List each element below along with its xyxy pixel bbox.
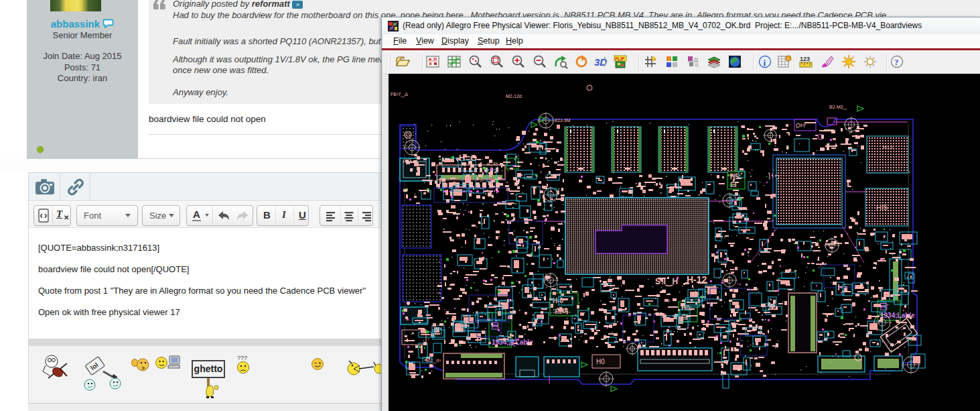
svg-text:H0: H0 (596, 358, 605, 365)
svg-text:M2-12d: M2-12d (506, 94, 522, 99)
svg-text:i: i (764, 58, 766, 68)
svg-text:i: i (787, 56, 788, 61)
svg-text:HI5: HI5 (876, 203, 888, 211)
svg-text:H15: H15 (883, 144, 893, 150)
svg-text:B2-M2‿: B2-M2‿ (829, 105, 847, 110)
svg-text:⌉˧ヮ: ⌉˧ヮ (768, 172, 781, 180)
svg-text:82J-3M: 82J-3M (555, 118, 571, 123)
svg-text:FB˧7‿Δ: FB˧7‿Δ (391, 92, 408, 97)
svg-text:H-0: H-0 (553, 297, 564, 304)
svg-text:FLIP: FLIP (615, 56, 625, 61)
svg-text:123: 123 (800, 56, 810, 62)
svg-text:rCXt: rCXt (487, 161, 498, 167)
svg-text:?: ? (894, 57, 899, 67)
